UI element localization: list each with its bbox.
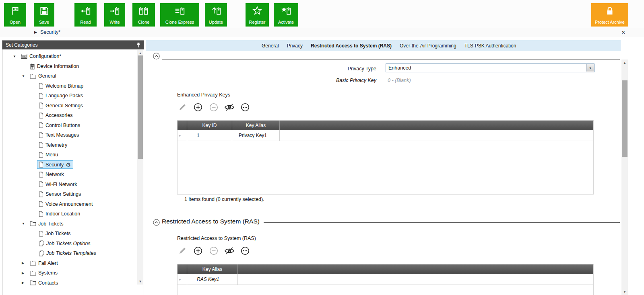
tree-item-wi-fi-network[interactable]: Wi-Fi Network xyxy=(2,180,137,190)
open-button[interactable]: Open xyxy=(4,3,26,27)
hide-values-icon[interactable] xyxy=(224,102,235,113)
collapse-arrow-icon[interactable]: ▼ xyxy=(22,74,28,78)
tree-item-content[interactable]: Fall Alert xyxy=(28,259,60,267)
nav-link-tls[interactable]: TLS-PSK Authentication xyxy=(464,43,516,49)
edit-icon[interactable] xyxy=(177,246,188,256)
nav-link-privacy[interactable]: Privacy xyxy=(287,43,303,49)
cell-key-id[interactable]: 1 xyxy=(187,130,232,141)
column-header-key-id[interactable]: Key ID xyxy=(187,121,232,130)
tree-item-content[interactable]: Text Messages xyxy=(37,131,81,139)
tree-item-content[interactable]: Network xyxy=(37,170,66,179)
protect-archive-button[interactable]: Protect Archive xyxy=(591,3,628,27)
tab-security[interactable]: Security* xyxy=(40,29,60,35)
save-button[interactable]: Save xyxy=(34,3,54,27)
tree-item-content[interactable]: General xyxy=(28,72,58,80)
sidebar-scrollbar[interactable]: ▲ ▼ xyxy=(137,50,143,285)
tab-list-arrow-icon[interactable]: ▶ xyxy=(34,30,37,34)
tree-item-welcome-bitmap[interactable]: Welcome Bitmap xyxy=(2,81,137,91)
tree-item-network[interactable]: Network xyxy=(2,170,137,180)
table-row[interactable]: ▸ RAS Key1 xyxy=(178,274,593,285)
collapse-arrow-icon[interactable]: ▼ xyxy=(13,55,19,58)
tree-item-content[interactable]: Welcome Bitmap xyxy=(37,82,86,90)
scrollbar-thumb[interactable] xyxy=(138,55,143,159)
tree-item-content[interactable]: Voice Announcement xyxy=(37,200,95,208)
tree-item-job-tickets-templates[interactable]: Job Tickets Templates xyxy=(2,248,137,258)
hide-values-icon[interactable] xyxy=(224,246,235,256)
tree-item-job-tickets[interactable]: Job Tickets xyxy=(2,229,137,239)
write-button[interactable]: Write xyxy=(104,3,125,27)
close-tab-icon[interactable]: × xyxy=(621,28,625,37)
pin-icon[interactable] xyxy=(136,42,140,48)
tree-item-content[interactable]: Device Information xyxy=(28,62,81,71)
remove-icon[interactable] xyxy=(208,246,219,256)
add-icon[interactable] xyxy=(193,246,203,256)
tree-item-content[interactable]: Job Tickets xyxy=(37,229,73,238)
tree-item-configuration[interactable]: ▼Configuration* xyxy=(2,51,137,61)
more-options-icon[interactable] xyxy=(240,246,250,256)
tree-item-content[interactable]: General Settings xyxy=(37,101,85,110)
tree-item-systems[interactable]: ▶Systems xyxy=(2,268,137,278)
main-scrollbar[interactable]: ▲ ▼ xyxy=(621,59,628,295)
edit-icon[interactable] xyxy=(177,102,188,113)
tree-item-menu[interactable]: Menu xyxy=(2,150,137,160)
tree-item-content[interactable]: Security⚙ xyxy=(37,160,73,169)
tree-item-content[interactable]: Job Tickets Templates xyxy=(37,249,99,258)
nav-link-general[interactable]: General xyxy=(262,43,279,49)
expand-arrow-icon[interactable]: ▶ xyxy=(22,271,28,275)
remove-icon[interactable] xyxy=(208,102,219,113)
tree-item-device-information[interactable]: Device Information xyxy=(2,61,137,72)
activate-button[interactable]: Activate xyxy=(274,3,298,27)
tree-item-job-tickets[interactable]: ▼Job Tickets xyxy=(2,219,137,229)
tree-item-voice-announcement[interactable]: Voice Announcement xyxy=(2,199,137,209)
tree-item-content[interactable]: Control Buttons xyxy=(37,121,83,129)
add-icon[interactable] xyxy=(193,102,203,113)
tree-item-content[interactable]: Wi-Fi Network xyxy=(37,180,79,188)
tree-item-content[interactable]: Systems xyxy=(28,269,60,277)
dropdown-arrow-button[interactable]: ▼ xyxy=(586,64,594,72)
more-options-icon[interactable] xyxy=(240,102,250,113)
tree-item-indoor-location[interactable]: Indoor Location xyxy=(2,209,137,219)
tree-item-security[interactable]: Security⚙ xyxy=(2,160,137,170)
scrollbar-thumb[interactable] xyxy=(622,80,627,157)
column-header-key-alias[interactable]: Key Alias xyxy=(187,264,238,274)
nav-link-ota[interactable]: Over-the-Air Programming xyxy=(400,43,456,49)
tree-item-content[interactable]: Contacts xyxy=(28,279,60,287)
expand-arrow-icon[interactable]: ▶ xyxy=(22,281,28,285)
update-button[interactable]: Update xyxy=(205,3,227,27)
tree-item-content[interactable]: Telemetry xyxy=(37,141,70,149)
scroll-down-arrow[interactable]: ▼ xyxy=(137,278,143,285)
tree-item-content[interactable]: Sensor Settings xyxy=(37,190,83,199)
read-button[interactable]: Read xyxy=(74,3,97,27)
table-row[interactable]: ▸ 1 Privacy Key1 xyxy=(178,130,593,141)
nav-link-ras[interactable]: Restricted Access to System (RAS) xyxy=(311,43,392,49)
tree-item-control-buttons[interactable]: Control Buttons xyxy=(2,121,137,131)
tree-item-content[interactable]: Menu xyxy=(37,151,60,159)
tree-item-content[interactable]: Job Tickets Options xyxy=(37,239,93,248)
tree-item-accessories[interactable]: Accessories xyxy=(2,111,137,121)
expand-arrow-icon[interactable]: ▶ xyxy=(22,261,28,265)
tree-item-job-tickets-options[interactable]: Job Tickets Options xyxy=(2,239,137,249)
collapse-arrow-icon[interactable]: ▼ xyxy=(22,222,28,225)
scroll-down-arrow[interactable]: ▼ xyxy=(621,289,628,295)
cell-key-alias[interactable]: Privacy Key1 xyxy=(232,130,280,141)
register-button[interactable]: Register xyxy=(246,3,269,27)
scroll-up-arrow[interactable]: ▲ xyxy=(621,59,628,66)
tree-item-general[interactable]: ▼General xyxy=(2,71,137,81)
clone-button[interactable]: Clone xyxy=(132,3,155,27)
collapse-ras-section-icon[interactable] xyxy=(153,219,160,226)
privacy-type-dropdown[interactable]: Enhanced ▼ xyxy=(386,64,594,72)
tree-item-content[interactable]: Job Tickets xyxy=(28,220,66,228)
cell-key-alias[interactable]: RAS Key1 xyxy=(187,274,238,285)
tree-item-contacts[interactable]: ▶Contacts xyxy=(2,278,137,288)
tree-item-content[interactable]: Configuration* xyxy=(19,52,64,60)
collapse-section-icon[interactable] xyxy=(153,53,160,59)
tree-item-content[interactable]: Accessories xyxy=(37,111,75,120)
tree-item-fall-alert[interactable]: ▶Fall Alert xyxy=(2,258,137,268)
tree-item-content[interactable]: Indoor Location xyxy=(37,210,83,218)
gear-icon[interactable]: ⚙ xyxy=(66,162,71,168)
tree-item-content[interactable]: Language Packs xyxy=(37,92,85,100)
tree-item-language-packs[interactable]: Language Packs xyxy=(2,91,137,101)
tree-item-general-settings[interactable]: General Settings xyxy=(2,101,137,111)
column-header-key-alias[interactable]: Key Alias xyxy=(232,121,280,130)
tree-item-sensor-settings[interactable]: Sensor Settings xyxy=(2,189,137,199)
